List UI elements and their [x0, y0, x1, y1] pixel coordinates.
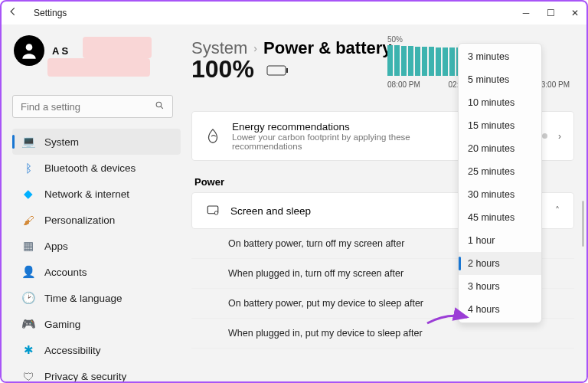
svg-rect-3: [286, 68, 288, 73]
chart-bar: [449, 47, 455, 76]
svg-rect-2: [267, 66, 286, 75]
nav-icon: ◆: [21, 187, 35, 201]
sidebar-item-personalization[interactable]: 🖌Personalization: [12, 207, 181, 233]
nav-icon: ✱: [21, 343, 35, 357]
dropdown-option[interactable]: 45 minutes: [459, 206, 541, 229]
svg-point-0: [26, 44, 33, 51]
maximize-button[interactable]: ☐: [545, 8, 556, 18]
nav-icon: ᛒ: [21, 161, 35, 175]
screen-icon: [206, 204, 220, 218]
card-title: Energy recommendations: [232, 121, 416, 133]
nav-icon: 👤: [21, 265, 35, 279]
chart-bar: [408, 46, 413, 76]
dropdown-option[interactable]: 3 minutes: [459, 45, 541, 68]
sidebar-item-time-language[interactable]: 🕑Time & language: [12, 285, 181, 311]
nav-icon: 🖌: [21, 213, 35, 227]
close-button[interactable]: ✕: [570, 8, 580, 18]
back-button[interactable]: [8, 6, 23, 20]
sidebar-item-system[interactable]: 💻System: [12, 129, 181, 155]
svg-point-1: [156, 102, 162, 107]
battery-icon: [266, 64, 289, 77]
chart-bar: [443, 47, 448, 77]
search-field[interactable]: [21, 101, 155, 113]
sidebar-item-network-internet[interactable]: ◆Network & internet: [12, 181, 181, 207]
chart-bar: [415, 47, 420, 77]
sidebar-item-gaming[interactable]: 🎮Gaming: [12, 311, 181, 337]
minimize-button[interactable]: ─: [521, 8, 531, 18]
dropdown-option[interactable]: 15 minutes: [459, 114, 541, 137]
sidebar-item-bluetooth-devices[interactable]: ᛒBluetooth & devices: [12, 155, 181, 181]
chart-bar: [401, 46, 407, 76]
dropdown-option[interactable]: 3 hours: [459, 275, 541, 298]
chart-bar: [387, 45, 393, 76]
sidebar-item-accounts[interactable]: 👤Accounts: [12, 259, 181, 285]
avatar[interactable]: [14, 35, 44, 66]
x-tick: 08:00 PM: [387, 80, 420, 89]
search-icon: [155, 100, 165, 113]
window-title: Settings: [34, 8, 67, 18]
duration-dropdown[interactable]: 3 minutes5 minutes10 minutes15 minutes20…: [458, 43, 542, 323]
chevron-up-icon: ˄: [555, 205, 560, 216]
chart-bar: [429, 47, 434, 76]
page-title: Power & battery: [263, 38, 392, 58]
nav-icon: 🕑: [21, 291, 35, 305]
chart-bar: [422, 47, 427, 77]
sidebar-item-accessibility[interactable]: ✱Accessibility: [12, 337, 181, 363]
dropdown-option[interactable]: 10 minutes: [459, 91, 541, 114]
chevron-right-icon: ›: [253, 42, 257, 54]
x-tick: 3:00 PM: [541, 80, 570, 89]
nav-icon: 💻: [21, 135, 35, 149]
nav-icon: 🛡: [21, 369, 35, 383]
leaf-icon: [204, 128, 221, 145]
chevron-right-icon: ›: [558, 131, 561, 142]
svg-point-5: [214, 211, 218, 215]
dropdown-option[interactable]: 5 minutes: [459, 68, 541, 91]
dropdown-option[interactable]: 25 minutes: [459, 160, 541, 183]
dropdown-option[interactable]: 20 minutes: [459, 137, 541, 160]
dropdown-option[interactable]: 30 minutes: [459, 183, 541, 206]
battery-percent: 100%: [191, 55, 254, 83]
search-input[interactable]: [12, 95, 173, 118]
nav-icon: ▦: [21, 239, 35, 253]
chart-bar: [394, 45, 400, 76]
dropdown-option[interactable]: 2 hours: [459, 252, 541, 275]
sidebar-item-privacy-security[interactable]: 🛡Privacy & security: [12, 363, 181, 383]
scrollbar[interactable]: [582, 201, 584, 247]
dropdown-option[interactable]: 1 hour: [459, 229, 541, 252]
card-subtitle: Lower your carbon footprint by applying …: [232, 133, 416, 151]
chart-bar: [436, 47, 441, 77]
nav-icon: 🎮: [21, 317, 35, 331]
dropdown-option[interactable]: 4 hours: [459, 298, 541, 321]
sidebar-item-apps[interactable]: ▦Apps: [12, 233, 181, 259]
profile-name: A S: [52, 45, 68, 57]
